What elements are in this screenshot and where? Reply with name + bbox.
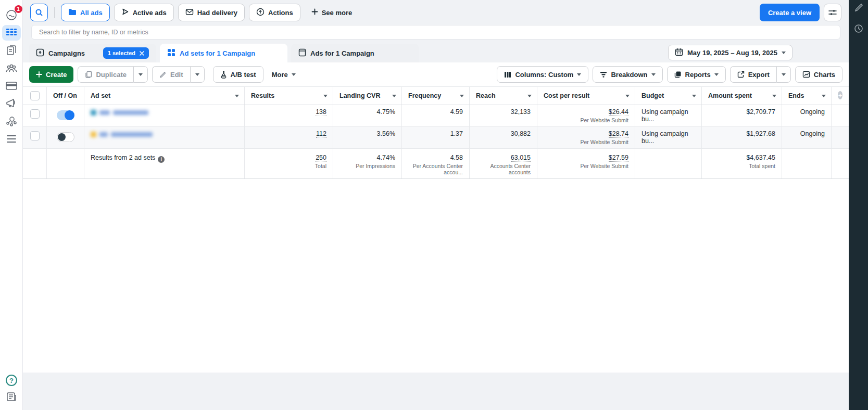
results-cell: 138	[245, 105, 333, 126]
chevron-down-icon	[195, 73, 199, 76]
ab-test-label: A/B test	[231, 71, 256, 79]
reach-cell: 32,133	[470, 105, 537, 126]
summary-reach: 63,015Accounts Center accounts	[470, 149, 537, 178]
sidebar-item-assets[interactable]	[2, 113, 21, 129]
more-button[interactable]: More	[268, 66, 300, 83]
columns-button[interactable]: Columns: Custom	[497, 66, 588, 83]
create-view-button[interactable]: Create a view	[760, 4, 820, 21]
summary-landing-cvr: 4.74%Per Impressions	[333, 149, 402, 178]
duplicate-button[interactable]: Duplicate	[78, 66, 133, 83]
budget-cell: Using campaign bu...	[635, 105, 702, 126]
charts-button[interactable]: Charts	[795, 66, 842, 83]
ad-set-toggle-off[interactable]	[57, 132, 74, 142]
ab-test-button[interactable]: A/B test	[213, 66, 263, 83]
sidebar-item-promotions[interactable]	[2, 96, 21, 111]
sidebar-item-audiences[interactable]	[2, 60, 21, 76]
export-label: Export	[748, 71, 770, 79]
history-clock-icon[interactable]	[854, 24, 863, 35]
breakdown-icon	[600, 71, 607, 78]
sort-caret-icon	[235, 95, 239, 97]
breakdown-button[interactable]: Breakdown	[593, 66, 662, 83]
col-amount-spent[interactable]: Amount spent	[702, 87, 782, 105]
chevron-down-icon	[782, 73, 786, 76]
add-column-button[interactable]: +	[832, 87, 849, 105]
updates-button[interactable]	[6, 391, 17, 404]
row-checkbox[interactable]	[30, 109, 40, 119]
selected-badge[interactable]: 1 selected	[103, 47, 149, 59]
duplicate-caret-button[interactable]	[133, 66, 148, 83]
view-settings-button[interactable]	[824, 4, 841, 21]
col-reach[interactable]: Reach	[470, 87, 537, 105]
see-more-button[interactable]: See more	[305, 4, 359, 21]
table-header-row: Off / On Ad set Results Landing CVR Freq…	[23, 86, 849, 105]
sidebar-item-pages[interactable]	[2, 43, 21, 58]
selected-badge-label: 1 selected	[108, 50, 135, 56]
campaigns-table-icon	[6, 28, 17, 38]
credit-card-icon	[5, 81, 18, 91]
filter-all-ads[interactable]: All ads	[61, 4, 110, 21]
ad-set-name-cell[interactable]	[84, 127, 245, 148]
date-range-picker[interactable]: May 19, 2025 – Aug 19, 2025	[668, 45, 792, 60]
col-ends[interactable]: Ends	[782, 87, 832, 105]
sort-caret-icon	[692, 95, 696, 97]
search-input[interactable]	[31, 25, 840, 40]
sort-caret-icon	[772, 95, 776, 97]
col-frequency[interactable]: Frequency	[402, 87, 470, 105]
tab-ads[interactable]: Ads for 1 Campaign	[291, 44, 419, 62]
chevron-down-icon	[577, 73, 581, 76]
charts-label: Charts	[814, 71, 835, 79]
filter-had-delivery[interactable]: Had delivery	[178, 4, 245, 21]
col-results[interactable]: Results	[245, 87, 333, 105]
sort-caret-icon	[460, 95, 464, 97]
export-caret-button[interactable]	[776, 66, 791, 83]
landing-cvr-cell: 4.75%	[333, 105, 402, 126]
edit-pencil-icon[interactable]	[854, 2, 863, 15]
select-all-checkbox[interactable]	[30, 91, 40, 100]
help-button[interactable]: ?	[6, 375, 17, 386]
ads-tab-icon	[298, 48, 306, 58]
sidebar-item-home[interactable]: 1	[2, 7, 21, 23]
sidebar-item-billing[interactable]	[2, 78, 21, 94]
close-icon	[140, 51, 144, 56]
question-mark-icon: ?	[9, 377, 14, 385]
toolbar-divider	[54, 7, 55, 18]
col-budget[interactable]: Budget	[635, 87, 702, 105]
ads-manager-app: 1	[0, 0, 868, 410]
export-button[interactable]: Export	[730, 66, 776, 83]
filter-label: All ads	[80, 9, 103, 17]
tab-ad-sets[interactable]: Ad sets for 1 Campaign	[160, 44, 287, 62]
sidebar-item-all-tools[interactable]	[2, 131, 21, 147]
reports-button[interactable]: Reports	[667, 66, 726, 83]
sidebar-item-campaigns[interactable]	[2, 25, 21, 41]
export-icon	[737, 71, 745, 78]
info-icon[interactable]: i	[158, 156, 165, 163]
filter-actions[interactable]: Actions	[249, 4, 300, 21]
plus-icon	[311, 8, 318, 17]
ends-cell: Ongoing	[782, 127, 832, 148]
create-button[interactable]: Create	[29, 66, 73, 83]
tab-campaigns[interactable]: Campaigns 1 selected	[29, 44, 156, 62]
filter-label: Active ads	[133, 9, 167, 17]
search-button[interactable]	[30, 4, 48, 21]
main-area: All ads Active ads Had delivery Actions	[23, 0, 849, 410]
summary-row: Results from 2 ad setsi 250Total 4.74%Pe…	[23, 149, 849, 179]
row-checkbox[interactable]	[30, 131, 40, 140]
ad-set-toggle-on[interactable]	[57, 110, 74, 120]
campaigns-tab-icon	[36, 48, 44, 58]
edit-split-button: Edit	[152, 66, 205, 83]
filter-active-ads[interactable]: Active ads	[114, 4, 174, 21]
table-actions-row: Create Duplicate Edit	[23, 62, 849, 84]
col-off-on: Off / On	[47, 87, 84, 105]
megaphone-icon	[5, 98, 18, 109]
col-landing-cvr[interactable]: Landing CVR	[333, 87, 402, 105]
edit-button[interactable]: Edit	[152, 66, 190, 83]
frequency-cell: 1.37	[402, 127, 470, 148]
ad-set-name-cell[interactable]	[84, 105, 245, 126]
flask-icon	[220, 71, 227, 79]
filter-label: Actions	[268, 9, 293, 17]
col-cost-per-result[interactable]: Cost per result	[537, 87, 635, 105]
chevron-down-icon	[651, 73, 656, 76]
col-ad-set[interactable]: Ad set	[84, 87, 245, 105]
edit-caret-button[interactable]	[190, 66, 205, 83]
filter-search-row	[23, 25, 849, 42]
